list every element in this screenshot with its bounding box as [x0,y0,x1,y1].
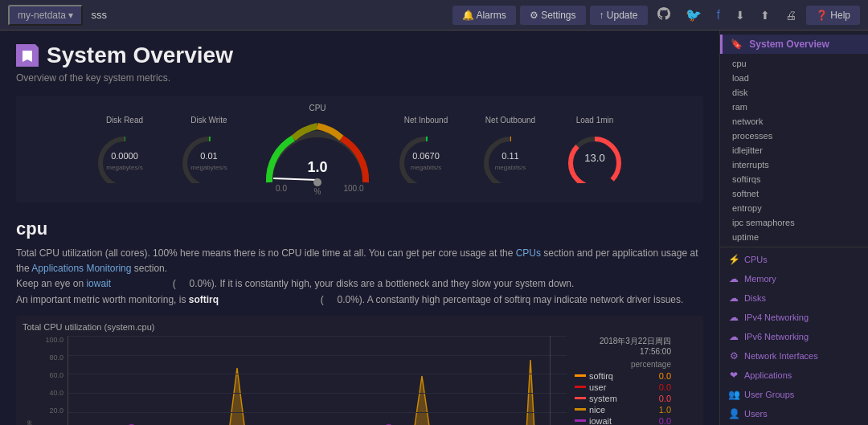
memory-section-icon: ☁ [728,273,739,284]
net-inbound-svg: 0.0670 megabits/s [390,127,462,183]
disk-write-gauge: Disk Write 0.01 megabytes/s [173,116,245,183]
svg-text:%: % [314,187,321,194]
section-cpus[interactable]: ⚡ CPUs [720,250,868,269]
sidebar-divider-1 [720,247,868,247]
sidebar-softnet[interactable]: softnet [720,186,868,201]
svg-text:100.0: 100.0 [343,184,363,193]
ipv6-section-label: IPv6 Networking [744,332,809,341]
load-gauge: Load 1min 13.0 [559,116,631,183]
sidebar-network[interactable]: network [720,114,868,129]
brand-button[interactable]: my-netdata ▾ [8,5,83,26]
nav-right: 🔔 🔔 AlarmsAlarms ⚙ Settings ↑ Update 🐦 f… [452,3,860,27]
sidebar-processes[interactable]: processes [720,129,868,143]
chart-title: Total CPU utilization (system.cpu) [23,322,697,332]
ipv4-section-label: IPv4 Networking [744,313,809,322]
svg-line-8 [273,178,317,180]
legend-softirq-name: softirq [589,371,659,381]
cpus-section-label: CPUs [744,255,768,264]
section-users[interactable]: 👤 Users [720,404,868,423]
netinterfaces-section-icon: ⚙ [728,350,739,362]
page-subtitle: Overview of the key system metrics. [16,72,703,84]
svg-point-0 [100,139,149,183]
topnav: my-netdata ▾ sss 🔔 🔔 AlarmsAlarms ⚙ Sett… [0,0,868,31]
page-title-icon [16,44,39,67]
gauges-row: Disk Read 0.0000 megabytes/s Disk Write … [16,96,703,202]
sidebar-softirqs[interactable]: softirqs [720,172,868,186]
legend-iowait-name: iowait [589,416,659,425]
legend-iowait: iowait 0.0 [575,416,671,425]
sidebar-idlejitter[interactable]: idlejitter [720,143,868,157]
net-inbound-label: Net Inbound [404,116,448,125]
page-title: System Overview [47,43,233,68]
sidebar-active-item[interactable]: 🔖 System Overview [720,35,868,54]
download2-icon[interactable]: ⬆ [755,5,776,26]
legend-system-value: 0.0 [659,394,671,403]
net-outbound-label: Net Outbound [485,116,535,125]
app-monitoring-link[interactable]: Applications Monitoring [31,263,133,274]
section-memory[interactable]: ☁ Memory [720,269,868,288]
sidebar-load[interactable]: load [720,71,868,85]
usergroups-section-label: User Groups [744,390,794,399]
section-netinterfaces[interactable]: ⚙ Network Interfaces [720,346,868,366]
section-ipv6[interactable]: ☁ IPv6 Networking [720,327,868,346]
sidebar-cpu[interactable]: cpu [720,56,868,71]
alarms-btn[interactable]: 🔔 🔔 AlarmsAlarms [452,6,516,25]
svg-text:0.11: 0.11 [502,151,518,161]
cpu-speedometer: 1.0 0.0 100.0 % [257,114,378,194]
sidebar-uptime[interactable]: uptime [720,230,868,244]
section-ipv4[interactable]: ☁ IPv4 Networking [720,308,868,327]
netinterfaces-section-label: Network Interfaces [744,351,818,361]
twitter-icon[interactable]: 🐦 [680,3,707,27]
disk-read-label: Disk Read [106,116,143,125]
svg-point-18 [486,139,534,183]
chart-legend: 2018年3月22日周四 17:56:00 percentage softirq… [575,336,671,425]
section-usergroups[interactable]: 👥 User Groups [720,385,868,404]
svg-text:megabits/s: megabits/s [495,164,526,171]
iowait-link[interactable]: iowait [86,278,111,289]
sidebar-disk[interactable]: disk [720,85,868,100]
sidebar-ipc[interactable]: ipc semaphores [720,215,868,230]
legend-system: system 0.0 [575,394,671,403]
net-outbound-svg: 0.11 megabits/s [474,127,547,183]
legend-nice-color [575,408,586,411]
chart-yaxis: percentage [23,336,33,425]
ipv4-section-icon: ☁ [728,312,739,323]
sidebar-ram[interactable]: ram [720,100,868,114]
sidebar-active-label: System Overview [749,39,829,50]
github-icon[interactable] [652,3,676,27]
legend-nice: nice 1.0 [575,405,671,415]
print-icon[interactable]: 🖨 [780,5,802,26]
cpu-gauge: CPU 1.0 0.0 100.0 % [257,104,378,194]
nav-left: my-netdata ▾ sss [8,5,107,26]
svg-text:megabytes/s: megabytes/s [106,164,142,171]
section-applications[interactable]: ❤ Applications [720,366,868,385]
svg-text:13.0: 13.0 [584,152,604,164]
applications-section-label: Applications [744,370,792,380]
instance-label: sss [91,9,107,21]
svg-point-9 [313,178,321,186]
disks-section-label: Disks [744,293,766,303]
help-btn[interactable]: ❓ Help [806,6,860,25]
legend-softirq: softirq 0.0 [575,371,671,381]
cpus-link[interactable]: CPUs [516,247,544,259]
legend-user-name: user [589,382,659,392]
update-btn[interactable]: ↑ Update [590,6,648,25]
sidebar-entropy[interactable]: entropy [720,201,868,215]
disk-read-svg: 0.0000 megabytes/s [88,127,161,183]
section-disks[interactable]: ☁ Disks [720,288,868,308]
legend-softirq-value: 0.0 [659,371,671,381]
cpu-label: CPU [309,104,326,112]
legend-iowait-color [575,419,586,422]
memory-section-label: Memory [744,274,776,284]
svg-text:0.0000: 0.0000 [111,151,138,161]
chart-container: Total CPU utilization (system.cpu) perce… [16,316,703,425]
settings-btn[interactable]: ⚙ Settings [520,6,586,25]
facebook-icon[interactable]: f [711,4,726,27]
legend-header: percentage [575,360,671,369]
load-label: Load 1min [576,116,614,125]
download1-icon[interactable]: ⬇ [730,5,751,26]
disk-read-gauge: Disk Read 0.0000 megabytes/s [88,116,161,183]
svg-point-14 [402,139,450,183]
sidebar-interrupts[interactable]: interrupts [720,157,868,172]
disks-section-icon: ☁ [728,292,739,304]
